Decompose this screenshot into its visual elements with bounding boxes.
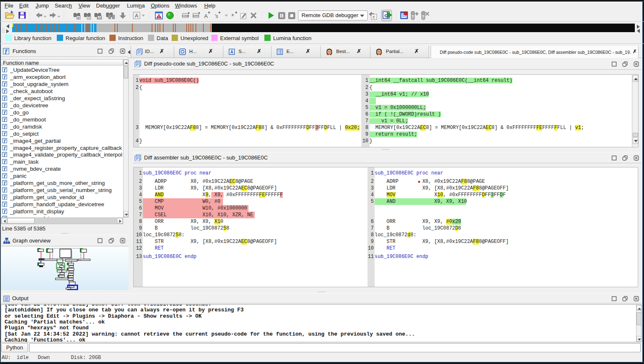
- svg-text:A: A: [135, 13, 138, 19]
- svg-text:Remote GDB debugger: Remote GDB debugger: [302, 12, 359, 18]
- svg-text:DATA: DATA: [193, 15, 199, 17]
- svg-text:c: c: [373, 15, 375, 20]
- svg-text:*: *: [231, 13, 234, 20]
- svg-text:#: #: [78, 16, 80, 20]
- svg-text:'s: 's: [215, 13, 218, 19]
- svg-text:A: A: [230, 50, 233, 54]
- svg-text:101: 101: [97, 16, 102, 19]
- svg-text:T: T: [88, 15, 90, 20]
- svg-text:A: A: [204, 13, 208, 19]
- svg-text:CODE: CODE: [182, 15, 189, 17]
